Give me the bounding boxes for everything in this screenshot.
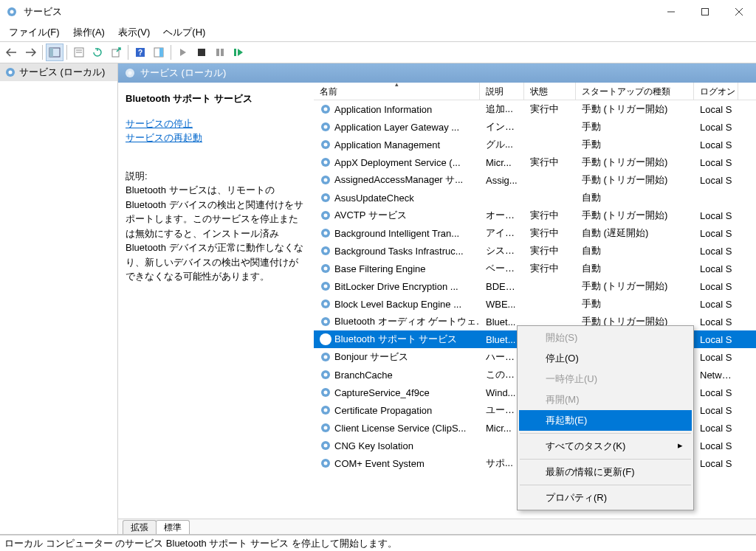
- svg-point-63: [324, 444, 328, 448]
- column-headers: 名前 説明 状態 スタートアップの種類 ログオン: [314, 83, 756, 100]
- minimize-button[interactable]: [654, 0, 688, 24]
- forward-button[interactable]: [21, 44, 39, 61]
- svg-point-59: [324, 409, 328, 412]
- svg-point-39: [324, 232, 328, 235]
- menu-separator: [520, 433, 691, 434]
- context-menu-item: 開始(S): [519, 328, 692, 348]
- service-row[interactable]: AssignedAccessManager サ...Assig...手動 (トリ…: [314, 171, 756, 189]
- svg-point-41: [324, 249, 328, 253]
- svg-point-53: [324, 356, 328, 359]
- svg-rect-18: [221, 49, 224, 56]
- services-icon: [6, 6, 18, 18]
- pause-button[interactable]: [211, 44, 229, 61]
- svg-point-57: [324, 391, 328, 395]
- back-button[interactable]: [3, 44, 21, 61]
- restart-button[interactable]: [230, 44, 247, 61]
- column-state[interactable]: 状態: [524, 83, 576, 100]
- maximize-button[interactable]: [688, 0, 722, 24]
- svg-point-29: [324, 143, 328, 147]
- svg-rect-17: [216, 49, 219, 56]
- svg-text:?: ?: [138, 49, 142, 57]
- svg-point-45: [324, 285, 328, 288]
- svg-rect-19: [234, 49, 236, 56]
- refresh-button[interactable]: [89, 44, 106, 61]
- menu-help[interactable]: ヘルプ(H): [157, 24, 211, 41]
- description-text: Bluetooth サービスは、リモートの Bluetooth デバイスの検出と…: [126, 183, 306, 284]
- svg-point-49: [324, 320, 328, 324]
- svg-point-1: [10, 10, 14, 14]
- menu-view[interactable]: 表示(V): [112, 24, 156, 41]
- menubar: ファイル(F) 操作(A) 表示(V) ヘルプ(H): [0, 24, 756, 41]
- context-menu-item[interactable]: 最新の情報に更新(F): [519, 462, 692, 482]
- service-row[interactable]: Application Information追加...実行中手動 (トリガー開…: [314, 100, 756, 118]
- service-row[interactable]: AppX Deployment Service (...Micr...実行中手動…: [314, 153, 756, 171]
- svg-point-21: [9, 71, 13, 74]
- service-row[interactable]: AVCTP サービスオーデ...実行中手動 (トリガー開始)Local S: [314, 207, 756, 224]
- content-pane: サービス (ローカル) Bluetooth サポート サービス サービスの停止 …: [118, 63, 756, 534]
- detail-pane: Bluetooth サポート サービス サービスの停止 サービスの再起動 説明:…: [118, 83, 314, 519]
- restart-service-link[interactable]: サービスの再起動: [126, 131, 306, 145]
- context-menu-item: 再開(M): [519, 389, 692, 410]
- svg-point-27: [324, 125, 328, 129]
- svg-point-23: [128, 72, 132, 75]
- menu-separator: [520, 485, 691, 485]
- toolbar-separator: [42, 45, 43, 60]
- tabs-strip: 拡張 標準: [118, 519, 756, 534]
- window-controls: [654, 0, 756, 24]
- toolbar: ?: [0, 41, 756, 63]
- service-row[interactable]: Application Managementグル...手動Local S: [314, 136, 756, 153]
- service-row[interactable]: Background Intelligent Tran...アイド...実行中自…: [314, 224, 756, 242]
- column-name[interactable]: 名前: [314, 83, 480, 100]
- status-text: ローカル コンピューター のサービス Bluetooth サポート サービス を…: [4, 537, 397, 550]
- tab-extended[interactable]: 拡張: [123, 520, 157, 534]
- svg-point-65: [324, 462, 328, 465]
- content-header-title: サービス (ローカル): [140, 66, 226, 80]
- detail-title: Bluetooth サポート サービス: [126, 91, 306, 106]
- svg-point-61: [324, 426, 328, 430]
- svg-point-25: [324, 108, 328, 111]
- context-menu-item[interactable]: 停止(O): [519, 348, 692, 369]
- svg-point-35: [324, 196, 328, 200]
- help-button[interactable]: ?: [131, 44, 149, 61]
- menu-separator: [520, 459, 691, 460]
- service-row[interactable]: Application Layer Gateway ...インタ...手動Loc…: [314, 118, 756, 136]
- toolbar-separator: [128, 45, 128, 60]
- properties-button[interactable]: [70, 44, 88, 61]
- service-row[interactable]: Base Filtering Engineベース...実行中自動Local S: [314, 260, 756, 277]
- tree-pane: サービス (ローカル): [0, 63, 118, 534]
- toolbar-separator: [66, 45, 67, 60]
- show-hide-action-button[interactable]: [150, 44, 168, 61]
- tab-standard[interactable]: 標準: [156, 520, 190, 534]
- context-menu-item[interactable]: 再起動(E): [519, 410, 692, 431]
- svg-point-47: [324, 302, 328, 306]
- svg-point-55: [324, 373, 328, 377]
- tree-item-services[interactable]: サービス (ローカル): [0, 63, 117, 81]
- tree-item-label: サービス (ローカル): [19, 66, 105, 79]
- toolbar-separator: [171, 45, 171, 60]
- menu-action[interactable]: 操作(A): [67, 24, 111, 41]
- context-menu-item[interactable]: プロパティ(R): [519, 488, 692, 508]
- service-row[interactable]: Block Level Backup Engine ...WBE...手動Loc…: [314, 295, 756, 313]
- context-menu-item: 一時停止(U): [519, 369, 692, 389]
- export-button[interactable]: [107, 44, 125, 61]
- service-row[interactable]: BitLocker Drive Encryption ...BDES...手動 …: [314, 277, 756, 295]
- column-startup[interactable]: スタートアップの種類: [576, 83, 694, 100]
- service-row[interactable]: AsusUpdateCheck自動: [314, 189, 756, 207]
- svg-rect-3: [702, 9, 709, 15]
- window-title: サービス: [24, 5, 654, 18]
- service-row[interactable]: Background Tasks Infrastruc...システ...実行中自…: [314, 242, 756, 260]
- context-menu-item[interactable]: すべてのタスク(K): [519, 436, 692, 457]
- stop-service-link[interactable]: サービスの停止: [126, 117, 306, 131]
- content-header: サービス (ローカル): [118, 63, 756, 83]
- column-desc[interactable]: 説明: [480, 83, 524, 100]
- play-button[interactable]: [174, 44, 192, 61]
- column-logon[interactable]: ログオン: [694, 83, 738, 100]
- show-hide-tree-button[interactable]: [46, 44, 63, 61]
- close-button[interactable]: [722, 0, 756, 24]
- svg-rect-15: [159, 48, 163, 57]
- svg-point-37: [324, 214, 328, 218]
- svg-rect-16: [198, 49, 205, 56]
- menu-file[interactable]: ファイル(F): [3, 24, 66, 41]
- svg-point-31: [324, 161, 328, 164]
- stop-button[interactable]: [193, 44, 210, 61]
